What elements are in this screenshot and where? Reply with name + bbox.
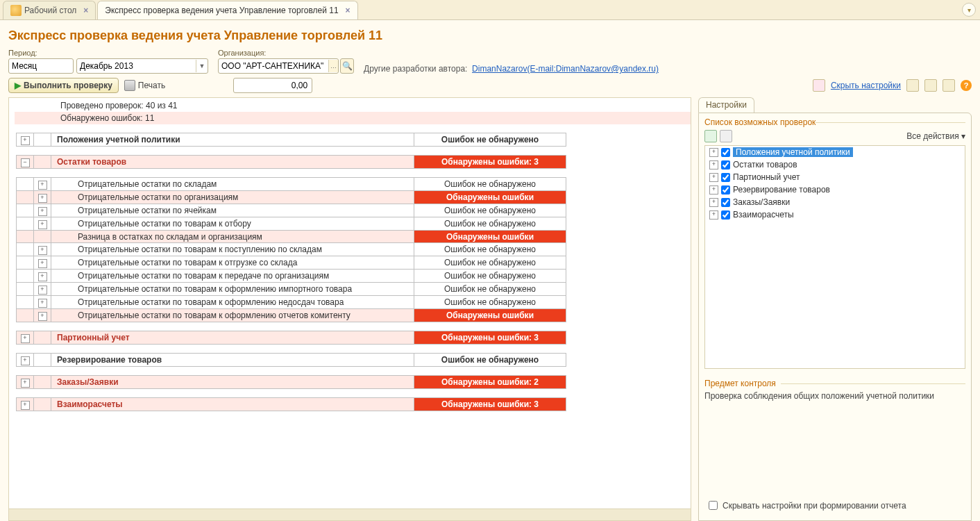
uncheck-all-icon[interactable] (720, 130, 732, 142)
all-actions-menu[interactable]: Все действия ▾ (906, 131, 965, 141)
expand-icon[interactable]: + (21, 334, 30, 343)
expand-icon[interactable]: + (709, 210, 718, 220)
tree-item[interactable]: +Партионный учет (705, 171, 965, 183)
group-name: Заказы/Заявки (51, 376, 414, 389)
summary-errors: Обнаружено ошибок: 11 (15, 112, 691, 124)
check-status: Ошибок не обнаружено (414, 296, 566, 309)
expand-icon[interactable]: + (709, 160, 718, 169)
expand-icon[interactable]: + (709, 198, 718, 207)
settings-tab[interactable]: Настройки (698, 97, 754, 113)
tree-item[interactable]: +Взаиморасчеты (705, 208, 965, 221)
expand-icon[interactable]: + (38, 194, 47, 203)
org-label: Организация: (218, 49, 354, 57)
tree-checkbox[interactable] (721, 198, 730, 207)
check-name: Отрицательные остатки по товарам к отгру… (51, 256, 414, 270)
close-icon[interactable]: × (346, 6, 350, 15)
tool-icon-3[interactable] (943, 79, 955, 92)
tab-express-check[interactable]: Экспресс проверка ведения учета Управлен… (97, 1, 357, 19)
desktop-icon (10, 5, 22, 16)
check-name: Отрицательные остатки по товарам к оформ… (51, 296, 414, 309)
page-title: Экспресс проверка ведения учета Управлен… (8, 28, 972, 43)
summary-done: Проведено проверок: 40 из 41 (15, 99, 691, 112)
hide-settings-link[interactable]: Скрыть настройки (831, 81, 901, 90)
group-name: Остатки товаров (51, 156, 414, 169)
expand-icon[interactable]: + (38, 181, 47, 190)
group-status: Обнаружены ошибки: 3 (414, 331, 566, 345)
settings-panel: Настройки Список возможных проверок Все … (698, 97, 972, 521)
group-name: Взаиморасчеты (51, 398, 414, 411)
period-label: Период: (8, 49, 208, 57)
tree-item-label: Остатки товаров (733, 160, 797, 169)
hide-settings-label: Скрывать настройки при формировании отче… (723, 501, 906, 511)
tree-item-label: Взаиморасчеты (733, 210, 794, 220)
help-icon[interactable]: ? (961, 80, 972, 91)
check-name: Отрицательные остатки по товарам к оформ… (51, 309, 414, 322)
tool-icon-1[interactable] (906, 79, 919, 92)
tree-item-label: Партионный учет (733, 172, 800, 182)
period-value-select[interactable]: ▼ (76, 58, 208, 74)
expand-icon[interactable]: + (709, 173, 718, 182)
tree-item-label: Резервирование товаров (733, 185, 830, 195)
check-status: Ошибок не обнаружено (414, 204, 566, 217)
tab-label: Экспресс проверка ведения учета Управлен… (105, 6, 338, 15)
expand-icon[interactable]: + (21, 379, 30, 388)
collapse-button[interactable]: ▾ (962, 3, 976, 17)
org-input[interactable]: … (218, 58, 339, 74)
collapse-icon[interactable]: − (21, 158, 30, 167)
chevron-down-icon[interactable]: ▼ (196, 60, 208, 72)
expand-icon[interactable]: + (21, 356, 30, 365)
magnifier-icon[interactable]: 🔍 (340, 58, 354, 74)
check-name: Отрицательные остатки по складам (51, 178, 414, 191)
tree-item-label: Заказы/Заявки (733, 197, 790, 207)
expand-icon[interactable]: + (709, 185, 718, 195)
check-all-icon[interactable] (704, 130, 717, 142)
close-icon[interactable]: × (83, 6, 88, 15)
check-status: Обнаружены ошибки (414, 309, 566, 322)
tab-desktop[interactable]: Рабочий стол× (3, 1, 96, 19)
tree-item[interactable]: +Остатки товаров (705, 158, 965, 171)
settings-icon[interactable] (813, 79, 825, 92)
subject-title: Предмет контроля (704, 379, 965, 388)
expand-icon[interactable]: + (38, 207, 47, 216)
tree-checkbox[interactable] (721, 210, 730, 220)
report-pane: Проведено проверок: 40 из 41 Обнаружено … (8, 97, 691, 521)
print-button[interactable]: Печать (124, 80, 165, 91)
group-name: Положения учетной политики (51, 133, 414, 147)
tree-checkbox[interactable] (721, 185, 730, 195)
tree-checkbox[interactable] (721, 148, 730, 157)
play-icon: ▶ (15, 81, 21, 90)
expand-icon[interactable]: + (21, 136, 30, 145)
expand-icon[interactable]: + (21, 401, 30, 410)
period-type-select[interactable]: ▼ (8, 58, 74, 74)
check-status: Ошибок не обнаружено (414, 178, 566, 191)
tree-checkbox[interactable] (721, 160, 730, 169)
expand-icon[interactable]: + (38, 312, 47, 321)
select-button[interactable]: … (328, 60, 338, 72)
group-status: Обнаружены ошибки: 2 (414, 376, 566, 389)
expand-icon[interactable]: + (38, 286, 47, 295)
tree-checkbox[interactable] (721, 173, 730, 182)
group-status: Ошибок не обнаружено (414, 133, 566, 147)
tree-item[interactable]: +Положения учетной политики (705, 146, 965, 158)
check-status: Ошибок не обнаружено (414, 256, 566, 270)
expand-icon[interactable]: + (38, 259, 47, 268)
check-status: Обнаружены ошибки (414, 231, 566, 243)
run-check-button[interactable]: ▶Выполнить проверку (8, 78, 119, 93)
checks-tree: +Положения учетной политики +Остатки тов… (704, 145, 965, 369)
expand-icon[interactable]: + (709, 148, 718, 157)
tree-item[interactable]: +Резервирование товаров (705, 183, 965, 196)
expand-icon[interactable]: + (38, 272, 47, 281)
expand-icon[interactable]: + (38, 220, 47, 229)
check-name: Разница в остатках по складам и организа… (51, 231, 414, 243)
tool-icon-2[interactable] (924, 79, 937, 92)
number-input[interactable] (233, 78, 312, 93)
tree-item[interactable]: +Заказы/Заявки (705, 196, 965, 208)
horizontal-scrollbar[interactable] (9, 508, 691, 520)
expand-icon[interactable]: + (38, 299, 47, 308)
hide-settings-checkbox[interactable] (709, 501, 718, 510)
author-link[interactable]: DimanNazarov(E-mail:DimanNazarov@yandex.… (472, 64, 659, 74)
author-info: Другие разработки автора: DimanNazarov(E… (364, 64, 659, 74)
group-name: Резервирование товаров (51, 354, 414, 367)
check-name: Отрицательные остатки по организациям (51, 191, 414, 204)
expand-icon[interactable]: + (38, 246, 47, 255)
